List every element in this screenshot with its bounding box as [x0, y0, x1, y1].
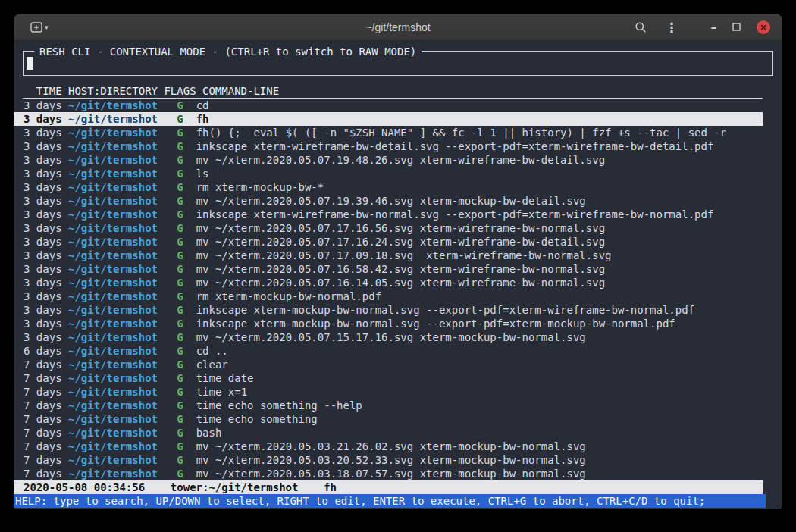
row-command: inkscape xterm-wireframe-bw-normal.svg -… — [196, 208, 714, 221]
history-list: 3 days ~/git/termshot G cd3 days ~/git/t… — [14, 99, 782, 480]
menu-icon[interactable]: ⋮ — [666, 21, 678, 33]
history-row[interactable]: 3 days ~/git/termshot G mv ~/xterm.2020.… — [14, 235, 763, 249]
terminal-content: RESH CLI - CONTEXTUAL MODE - (CTRL+R to … — [14, 51, 782, 509]
search-button[interactable] — [635, 21, 647, 33]
help-bar: HELP: type to search, UP/DOWN to select,… — [14, 494, 766, 508]
row-flags: G — [177, 386, 183, 398]
history-row[interactable]: 3 days ~/git/termshot G inkscape xterm-w… — [14, 139, 763, 153]
search-icon — [635, 21, 647, 33]
row-time: 6 days — [24, 345, 62, 357]
row-dir: ~/git/termshot — [68, 386, 158, 398]
row-time: 3 days — [24, 249, 62, 261]
history-row[interactable]: 7 days ~/git/termshot G time date — [14, 371, 763, 385]
row-flags: G — [177, 290, 183, 302]
row-dir: ~/git/termshot — [68, 304, 158, 316]
history-row[interactable]: 3 days ~/git/termshot G fh() {; eval $( … — [14, 126, 763, 139]
row-flags: G — [177, 372, 183, 384]
history-row[interactable]: 7 days ~/git/termshot G time echo someth… — [14, 412, 763, 426]
row-time: 7 days — [24, 399, 62, 412]
close-button[interactable]: × — [757, 20, 770, 34]
history-row[interactable]: 7 days ~/git/termshot G clear — [14, 358, 763, 371]
history-row[interactable]: 3 days ~/git/termshot G mv ~/xterm.2020.… — [14, 194, 763, 208]
row-dir: ~/git/termshot — [68, 195, 158, 207]
row-time: 3 days — [24, 318, 62, 330]
history-row[interactable]: 3 days ~/git/termshot G inkscape xterm-w… — [14, 208, 763, 221]
history-row[interactable]: 7 days ~/git/termshot G bash — [14, 426, 763, 440]
history-row[interactable]: 3 days ~/git/termshot G inkscape xterm-m… — [14, 303, 763, 317]
row-command: rm xterm-mockup-bw-* — [196, 181, 324, 193]
history-row[interactable]: 7 days ~/git/termshot G mv ~/xterm.2020.… — [14, 453, 763, 467]
history-row[interactable]: 6 days ~/git/termshot G cd .. — [14, 344, 763, 358]
row-time: 7 days — [24, 358, 62, 371]
row-flags: G — [177, 277, 183, 289]
history-row[interactable]: 3 days ~/git/termshot G mv ~/xterm.2020.… — [14, 249, 763, 262]
history-row[interactable]: 3 days ~/git/termshot G mv ~/xterm.2020.… — [14, 276, 763, 289]
close-icon: × — [760, 20, 767, 34]
row-flags: G — [177, 263, 183, 275]
history-row[interactable]: 3 days ~/git/termshot G rm xterm-mockup-… — [14, 180, 763, 194]
history-row[interactable]: 3 days ~/git/termshot G ls — [14, 167, 763, 180]
new-tab-button[interactable]: ▾ — [30, 22, 49, 33]
row-command: mv ~/xterm.2020.05.07.17.09.18.svg xterm… — [196, 249, 612, 261]
row-flags: G — [177, 154, 183, 166]
history-row[interactable]: 3 days ~/git/termshot G fh — [14, 112, 763, 126]
row-flags: G — [177, 236, 183, 248]
row-dir: ~/git/termshot — [68, 113, 158, 125]
row-command: mv ~/xterm.2020.05.07.17.16.24.svg xterm… — [196, 236, 605, 248]
row-flags: G — [177, 399, 183, 412]
row-flags: G — [177, 181, 183, 193]
row-dir: ~/git/termshot — [68, 372, 158, 384]
row-flags: G — [177, 222, 183, 234]
query-box-title: RESH CLI - CONTEXTUAL MODE - (CTRL+R to … — [34, 45, 422, 58]
row-dir: ~/git/termshot — [68, 345, 158, 357]
row-flags: G — [177, 454, 183, 466]
row-flags: G — [177, 331, 183, 343]
row-command: inkscape xterm-wireframe-bw-detail.svg -… — [196, 140, 714, 152]
history-row[interactable]: 3 days ~/git/termshot G rm xterm-mockup-… — [14, 289, 763, 303]
row-time: 7 days — [24, 440, 62, 452]
restore-button[interactable] — [732, 23, 741, 31]
row-dir: ~/git/termshot — [68, 249, 158, 261]
row-time: 3 days — [24, 236, 62, 248]
history-row[interactable]: 3 days ~/git/termshot G mv ~/xterm.2020.… — [14, 221, 763, 235]
history-row[interactable]: 7 days ~/git/termshot G time echo someth… — [14, 399, 763, 412]
row-dir: ~/git/termshot — [68, 413, 158, 425]
history-row[interactable]: 3 days ~/git/termshot G mv ~/xterm.2020.… — [14, 262, 763, 276]
row-flags: G — [177, 167, 183, 180]
row-dir: ~/git/termshot — [68, 358, 158, 371]
row-dir: ~/git/termshot — [68, 140, 158, 152]
row-time: 3 days — [24, 127, 62, 139]
row-command: mv ~/xterm.2020.05.07.16.14.05.svg xterm… — [196, 277, 605, 289]
row-command: mv ~/xterm.2020.05.03.21.26.02.svg xterm… — [196, 440, 586, 452]
row-dir: ~/git/termshot — [68, 208, 158, 221]
row-time: 7 days — [24, 427, 62, 439]
history-row[interactable]: 3 days ~/git/termshot G cd — [14, 99, 763, 112]
row-dir: ~/git/termshot — [68, 154, 158, 166]
search-query-box[interactable]: RESH CLI - CONTEXTUAL MODE - (CTRL+R to … — [23, 51, 773, 76]
row-command: cd .. — [196, 345, 228, 357]
row-flags: G — [177, 468, 183, 480]
history-row[interactable]: 7 days ~/git/termshot G mv ~/xterm.2020.… — [14, 440, 763, 453]
row-flags: G — [177, 318, 183, 330]
row-time: 3 days — [24, 154, 62, 166]
row-flags: G — [177, 127, 183, 139]
row-flags: G — [177, 208, 183, 221]
row-dir: ~/git/termshot — [68, 290, 158, 302]
row-time: 7 days — [24, 386, 62, 398]
history-row[interactable]: 7 days ~/git/termshot G mv ~/xterm.2020.… — [14, 467, 763, 480]
titlebar[interactable]: ▾ ~/git/termshot ⋮ – × — [14, 14, 782, 41]
minimize-button[interactable]: – — [711, 20, 717, 34]
row-command: rm xterm-mockup-bw-normal.pdf — [196, 290, 381, 302]
history-row[interactable]: 3 days ~/git/termshot G mv ~/xterm.2020.… — [14, 153, 763, 167]
history-row[interactable]: 7 days ~/git/termshot G time x=1 — [14, 385, 763, 399]
history-row[interactable]: 3 days ~/git/termshot G inkscape xterm-m… — [14, 317, 763, 330]
row-time: 7 days — [24, 372, 62, 384]
row-time: 3 days — [24, 140, 62, 152]
row-command: mv ~/xterm.2020.05.03.18.07.57.svg xterm… — [196, 468, 586, 480]
row-dir: ~/git/termshot — [68, 167, 158, 180]
row-time: 3 days — [24, 113, 62, 125]
row-dir: ~/git/termshot — [68, 440, 158, 452]
history-row[interactable]: 3 days ~/git/termshot G mv ~/xterm.2020.… — [14, 330, 763, 344]
row-flags: G — [177, 345, 183, 357]
row-flags: G — [177, 358, 183, 371]
